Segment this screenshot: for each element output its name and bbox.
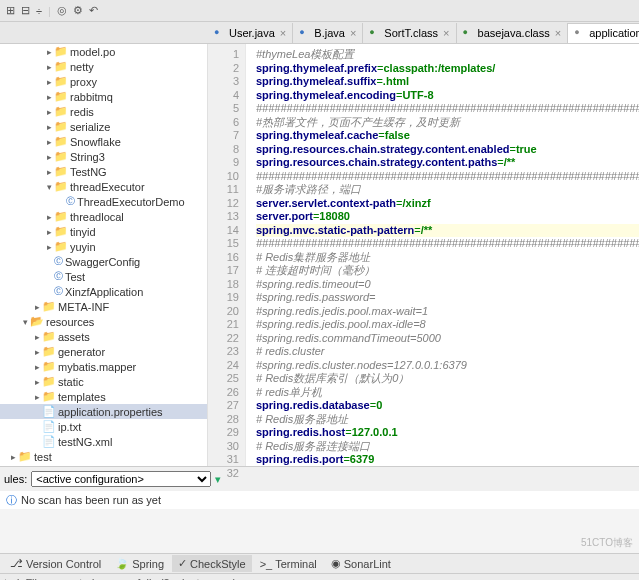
code-line[interactable]: spring.mvc.static-path-pattern=/**	[256, 224, 639, 238]
tool-tab-terminal[interactable]: >_Terminal	[254, 556, 323, 572]
code-line[interactable]: # 连接超时时间（毫秒）	[256, 264, 639, 278]
code-line[interactable]: # Redis集群服务器地址	[256, 251, 639, 265]
tree-item-mybatis.mapper[interactable]: ▸📁mybatis.mapper	[0, 359, 207, 374]
code-line[interactable]: #服务请求路径，端口	[256, 183, 639, 197]
tree-arrow-icon[interactable]: ▾	[44, 182, 54, 192]
code-line[interactable]: # Redis数据库索引（默认为0）	[256, 372, 639, 386]
tree-arrow-icon[interactable]: ▸	[32, 302, 42, 312]
tree-arrow-icon[interactable]: ▸	[44, 242, 54, 252]
tree-item-resources[interactable]: ▾📂resources	[0, 314, 207, 329]
tree-arrow-icon[interactable]: ▸	[32, 377, 42, 387]
code-line[interactable]: ########################################…	[256, 102, 639, 116]
code-line[interactable]: spring.resources.chain.strategy.content.…	[256, 156, 639, 170]
tree-item-proxy[interactable]: ▸📁proxy	[0, 74, 207, 89]
target-icon[interactable]: ◎	[57, 4, 67, 17]
tree-item-Snowflake[interactable]: ▸📁Snowflake	[0, 134, 207, 149]
tree-item-generator[interactable]: ▸📁generator	[0, 344, 207, 359]
code-line[interactable]: #thymeLea模板配置	[256, 48, 639, 62]
tree-item-testNG.xml[interactable]: 📄testNG.xml	[0, 434, 207, 449]
undo-icon[interactable]: ↶	[89, 4, 98, 17]
tree-item-static[interactable]: ▸📁static	[0, 374, 207, 389]
tree-arrow-icon[interactable]: ▸	[44, 227, 54, 237]
rules-select[interactable]: <active configuration>	[31, 471, 211, 487]
code-line[interactable]: #spring.redis.timeout=0	[256, 278, 639, 292]
tab-User-java[interactable]: ●User.java×	[208, 23, 293, 43]
code-line[interactable]: spring.thymeleaf.prefix=classpath:/templ…	[256, 62, 639, 76]
tree-item-XinzfApplication[interactable]: ⒸXinzfApplication	[0, 284, 207, 299]
tree-item-rabbitmq[interactable]: ▸📁rabbitmq	[0, 89, 207, 104]
tree-item-templates[interactable]: ▸📁templates	[0, 389, 207, 404]
expand-icon[interactable]: ⊞	[6, 4, 15, 17]
tree-arrow-icon[interactable]: ▸	[44, 92, 54, 102]
code-line[interactable]: #spring.redis.jedis.pool.max-wait=1	[256, 305, 639, 319]
tool-tab-version-control[interactable]: ⎇Version Control	[4, 555, 107, 572]
tree-item-netty[interactable]: ▸📁netty	[0, 59, 207, 74]
tree-arrow-icon[interactable]: ▸	[44, 47, 54, 57]
tree-arrow-icon[interactable]: ▸	[32, 332, 42, 342]
tree-item-model.po[interactable]: ▸📁model.po	[0, 44, 207, 59]
tree-item-redis[interactable]: ▸📁redis	[0, 104, 207, 119]
tree-arrow-icon[interactable]: ▸	[32, 362, 42, 372]
code-editor[interactable]: #thymeLea模板配置spring.thymeleaf.prefix=cla…	[246, 44, 639, 466]
code-line[interactable]: #spring.redis.password=	[256, 291, 639, 305]
dropdown-icon[interactable]: ▾	[215, 473, 221, 486]
code-line[interactable]: server.port=18080	[256, 210, 639, 224]
tree-arrow-icon[interactable]: ▸	[44, 107, 54, 117]
code-line[interactable]: spring.resources.chain.strategy.content.…	[256, 143, 639, 157]
tree-item-ip.txt[interactable]: 📄ip.txt	[0, 419, 207, 434]
code-line[interactable]: server.servlet.context-path=/xinzf	[256, 197, 639, 211]
code-line[interactable]: spring.redis.port=6379	[256, 453, 639, 466]
collapse-icon[interactable]: ⊟	[21, 4, 30, 17]
tree-item-Test[interactable]: ⒸTest	[0, 269, 207, 284]
code-line[interactable]: ########################################…	[256, 170, 639, 184]
close-icon[interactable]: ×	[443, 27, 449, 39]
tree-arrow-icon[interactable]: ▸	[44, 167, 54, 177]
tree-item-tinyid[interactable]: ▸📁tinyid	[0, 224, 207, 239]
tree-item-ThreadExecutorDemo[interactable]: ⒸThreadExecutorDemo	[0, 194, 207, 209]
code-line[interactable]: spring.redis.database=0	[256, 399, 639, 413]
tool-tab-spring[interactable]: 🍃Spring	[109, 555, 170, 572]
code-line[interactable]: #spring.redis.jedis.pool.max-idle=8	[256, 318, 639, 332]
code-line[interactable]: #热部署文件，页面不产生缓存，及时更新	[256, 116, 639, 130]
code-line[interactable]: spring.thymeleaf.cache=false	[256, 129, 639, 143]
code-line[interactable]: spring.thymeleaf.suffix=.html	[256, 75, 639, 89]
tab-B-java[interactable]: ●B.java×	[293, 23, 363, 43]
tree-arrow-icon[interactable]: ▸	[44, 137, 54, 147]
tree-arrow-icon[interactable]: ▾	[20, 317, 30, 327]
tree-item-threadlocal[interactable]: ▸📁threadlocal	[0, 209, 207, 224]
tree-arrow-icon[interactable]: ▸	[44, 77, 54, 87]
code-line[interactable]: #spring.redis.cluster.nodes=127.0.0.1:63…	[256, 359, 639, 373]
tool-tab-checkstyle[interactable]: ✓CheckStyle	[172, 555, 252, 572]
code-line[interactable]: #spring.redis.commandTimeout=5000	[256, 332, 639, 346]
close-icon[interactable]: ×	[350, 27, 356, 39]
gear-icon[interactable]: ⚙	[73, 4, 83, 17]
tree-arrow-icon[interactable]: ▸	[44, 152, 54, 162]
code-line[interactable]: ########################################…	[256, 237, 639, 251]
code-line[interactable]: # Redis服务器连接端口	[256, 440, 639, 454]
tree-item-SwaggerConfig[interactable]: ⒸSwaggerConfig	[0, 254, 207, 269]
tree-item-threadExecutor[interactable]: ▾📁threadExecutor	[0, 179, 207, 194]
code-line[interactable]: # redis单片机	[256, 386, 639, 400]
tree-item-TestNG[interactable]: ▸📁TestNG	[0, 164, 207, 179]
tree-item-String3[interactable]: ▸📁String3	[0, 149, 207, 164]
code-line[interactable]: # redis.cluster	[256, 345, 639, 359]
tree-item-META-INF[interactable]: ▸📁META-INF	[0, 299, 207, 314]
tool-tab-sonarlint[interactable]: ◉SonarLint	[325, 555, 397, 572]
tree-arrow-icon[interactable]: ▸	[32, 347, 42, 357]
tree-item-serialize[interactable]: ▸📁serialize	[0, 119, 207, 134]
project-tree[interactable]: ▸📁model.po▸📁netty▸📁proxy▸📁rabbitmq▸📁redi…	[0, 44, 208, 466]
tab-SortT-class[interactable]: ●SortT.class×	[363, 23, 456, 43]
tree-arrow-icon[interactable]: ▸	[44, 212, 54, 222]
code-line[interactable]: # Redis服务器地址	[256, 413, 639, 427]
divide-icon[interactable]: ÷	[36, 5, 42, 17]
tab-application-properties[interactable]: ●application.properties×	[568, 23, 639, 43]
tree-item-application.properties[interactable]: 📄application.properties	[0, 404, 207, 419]
tree-arrow-icon[interactable]: ▸	[44, 62, 54, 72]
tree-item-assets[interactable]: ▸📁assets	[0, 329, 207, 344]
close-icon[interactable]: ×	[555, 27, 561, 39]
close-icon[interactable]: ×	[280, 27, 286, 39]
tree-item-target[interactable]: ▾📁target	[0, 464, 207, 466]
tab-basejava-class[interactable]: ●basejava.class×	[457, 23, 569, 43]
tree-item-test[interactable]: ▸📁test	[0, 449, 207, 464]
code-line[interactable]: spring.thymeleaf.encoding=UTF-8	[256, 89, 639, 103]
